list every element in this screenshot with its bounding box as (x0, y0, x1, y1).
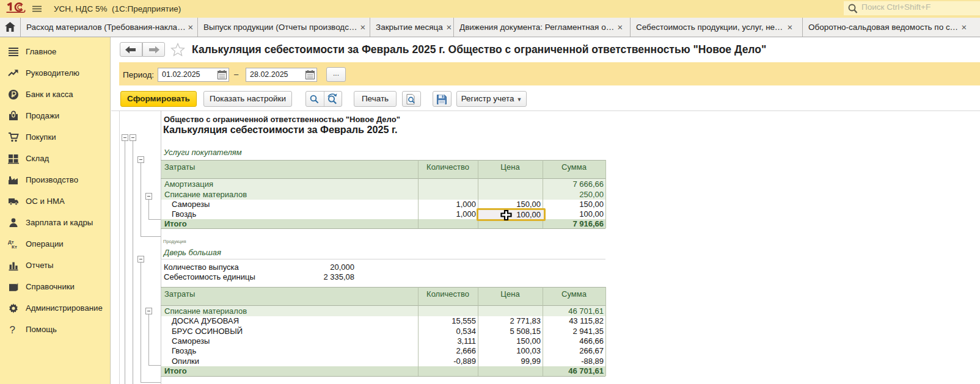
svg-text:?: ? (10, 324, 15, 335)
svg-text:Кт: Кт (12, 244, 17, 250)
